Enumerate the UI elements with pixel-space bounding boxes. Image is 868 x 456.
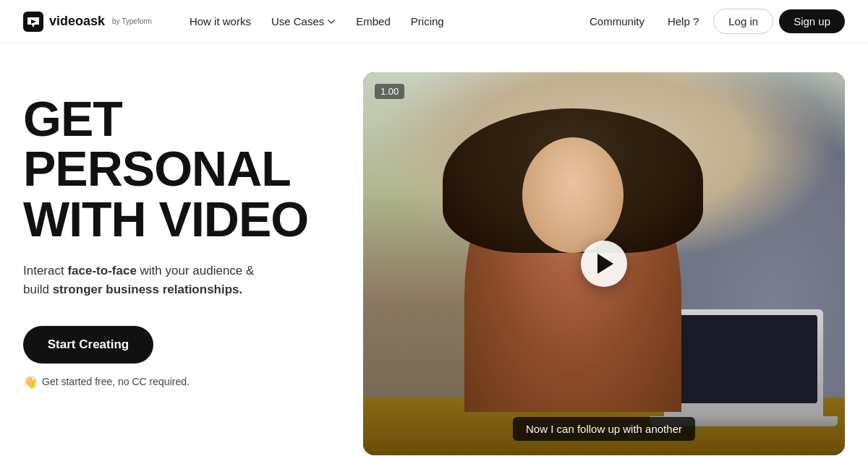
subtitle-bold2: stronger business relationships. <box>53 283 243 296</box>
nav-right: Community Help ? Log in Sign up <box>581 9 845 34</box>
main-content: GET PERSONAL WITH VIDEO Interact face-to… <box>0 43 868 456</box>
video-timer: 1.00 <box>375 84 404 99</box>
logo-by: by Typeform <box>112 17 152 25</box>
logo-icon <box>23 12 43 32</box>
login-button[interactable]: Log in <box>713 9 773 34</box>
laptop-shape <box>664 309 823 418</box>
nav-help[interactable]: Help ? <box>659 11 707 32</box>
start-creating-button[interactable]: Start Creating <box>23 326 153 363</box>
hero-left: GET PERSONAL WITH VIDEO Interact face-to… <box>23 72 334 389</box>
logo-name: videoask <box>49 14 105 29</box>
nav-community[interactable]: Community <box>581 11 653 32</box>
nav-use-cases[interactable]: Use Cases <box>263 11 344 32</box>
chevron-down-icon <box>327 17 336 26</box>
hero-subtitle: Interact face-to-face with your audience… <box>23 262 269 300</box>
free-note-text: Get started free, no CC required. <box>42 376 190 387</box>
nav-embed[interactable]: Embed <box>347 11 399 32</box>
person-silhouette <box>464 123 681 412</box>
play-icon <box>597 254 613 274</box>
video-container[interactable]: 1.00 Now I can follow up with another <box>363 72 845 455</box>
subtitle-bold1: face-to-face <box>67 264 136 278</box>
person-face <box>522 137 624 253</box>
nav-how-it-works[interactable]: How it works <box>181 11 260 32</box>
logo[interactable]: videoask by Typeform <box>23 12 152 32</box>
hero-right: 1.00 Now I can follow up with another <box>363 72 845 455</box>
hero-title: GET PERSONAL WITH VIDEO <box>23 94 334 244</box>
play-button[interactable] <box>581 241 627 287</box>
wave-emoji: 👋 <box>23 375 38 389</box>
video-subtitle: Now I can follow up with another <box>513 417 695 441</box>
main-nav: How it works Use Cases Embed Pricing <box>181 11 581 32</box>
header: videoask by Typeform How it works Use Ca… <box>0 0 868 43</box>
signup-button[interactable]: Sign up <box>779 9 845 33</box>
subtitle-plain: Interact <box>23 264 67 278</box>
nav-pricing[interactable]: Pricing <box>402 11 453 32</box>
free-note: 👋 Get started free, no CC required. <box>23 375 334 389</box>
apple-logo <box>736 383 751 397</box>
